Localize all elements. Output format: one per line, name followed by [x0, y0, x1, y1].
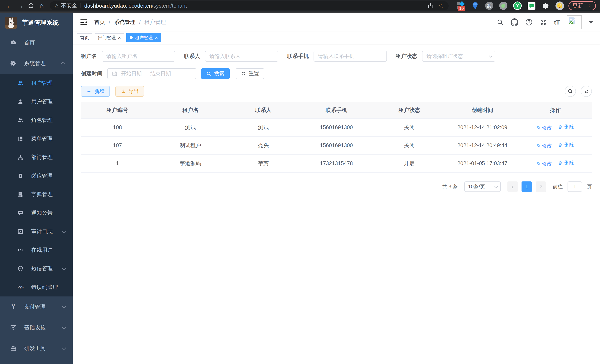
chevron-left-icon — [511, 185, 515, 188]
sidebar-collapse-icon[interactable] — [79, 18, 88, 27]
close-icon[interactable]: × — [118, 35, 121, 40]
sidebar-item-sms[interactable]: 短信管理 — [0, 259, 73, 278]
col-contact: 联系人 — [227, 102, 300, 118]
status-select[interactable]: 请选择租户状态 — [422, 51, 495, 62]
sidebar-item-dev-tools[interactable]: 研发工具 — [0, 338, 73, 359]
mobile-input[interactable] — [318, 53, 385, 59]
sidebar-item-role[interactable]: 角色管理 — [0, 111, 73, 130]
chrome-update-button[interactable]: 更新 ⋮ — [568, 1, 596, 10]
delete-link[interactable]: 删除 — [558, 159, 574, 166]
date-range-picker[interactable]: 开始日期 - 结束日期 — [107, 68, 196, 79]
sidebar-item-label: 租户管理 — [31, 79, 53, 87]
refresh-button[interactable] — [581, 86, 592, 97]
gear-icon — [9, 60, 18, 67]
browser-reload-icon[interactable] — [26, 1, 36, 10]
browser-back-icon[interactable]: ← — [4, 1, 15, 10]
sidebar-item-payment[interactable]: ¥ 支付管理 — [0, 297, 73, 317]
share-icon[interactable] — [427, 3, 434, 9]
tag-home[interactable]: 首页 — [77, 33, 92, 42]
sidebar-item-error-code[interactable]: </> 错误码管理 — [0, 278, 73, 297]
command-extension-icon[interactable]: ⌘ — [485, 1, 494, 10]
sidebar-item-label: 基础设施 — [24, 324, 46, 331]
close-icon[interactable]: × — [155, 35, 158, 40]
user-icon — [16, 99, 25, 105]
sidebar-item-home[interactable]: 首页 — [0, 32, 73, 53]
toggle-search-button[interactable] — [565, 86, 576, 97]
sidebar-item-system[interactable]: 系统管理 — [0, 53, 73, 74]
app-logo-row[interactable]: 芋道管理系统 — [0, 13, 73, 32]
next-page-button[interactable] — [536, 181, 546, 192]
avatar-caret-down-icon[interactable] — [589, 21, 593, 26]
search-button[interactable]: 搜索 — [201, 68, 230, 79]
sidebar-item-post[interactable]: 岗位管理 — [0, 167, 73, 185]
browser-forward-icon[interactable]: → — [15, 1, 26, 10]
start-date-placeholder: 开始日期 — [121, 70, 142, 77]
sidebar-item-notice[interactable]: 通知公告 — [0, 204, 73, 222]
sidebar-item-dict[interactable]: 字典管理 — [0, 185, 73, 204]
github-icon[interactable] — [511, 18, 518, 26]
edit-icon: ✎ — [536, 125, 540, 131]
search-button-label: 搜索 — [214, 70, 225, 77]
pin-extension-icon[interactable] — [471, 1, 479, 10]
prev-page-button[interactable] — [507, 181, 518, 192]
yen-icon: ¥ — [9, 303, 18, 311]
shield-check-icon — [16, 265, 25, 272]
tenant-name-input[interactable] — [106, 53, 173, 59]
sidebar-item-audit-log[interactable]: 审计日志 — [0, 222, 73, 241]
col-tenant-id: 租户编号 — [81, 102, 154, 118]
mobile-field — [314, 51, 387, 62]
yuque-extension-icon[interactable]: Y — [513, 1, 522, 10]
browser-menu-dots-icon[interactable]: ⋮ — [586, 3, 592, 9]
fullscreen-icon[interactable] — [540, 18, 547, 26]
chevron-down-icon — [62, 229, 66, 233]
edit-icon: ✎ — [536, 161, 540, 167]
chevron-right-icon — [539, 185, 542, 188]
profile-emoji-icon[interactable] — [555, 1, 564, 10]
not-secure-label[interactable]: 不安全 — [61, 2, 77, 9]
sidebar-item-label: 角色管理 — [31, 117, 53, 124]
edit-link[interactable]: ✎修改 — [536, 142, 552, 149]
browser-home-icon[interactable]: ⌂ — [36, 1, 47, 10]
page-1-button[interactable]: 1 — [522, 181, 532, 192]
puzzle-extensions-icon[interactable] — [541, 1, 550, 10]
export-button[interactable]: 导出 — [115, 86, 144, 97]
breadcrumb-home[interactable]: 首页 — [94, 19, 105, 26]
extension-badge: 10 — [458, 6, 465, 11]
delete-link[interactable]: 删除 — [558, 123, 574, 130]
table-row: 1 芋道源码 芋艿 17321315478 开启 2021-01-05 17:0… — [81, 154, 592, 172]
sidebar-item-tenant[interactable]: 租户管理 — [0, 74, 73, 92]
recorder-extension-icon[interactable] — [499, 1, 508, 10]
help-icon[interactable] — [525, 18, 533, 26]
sidebar-item-dept[interactable]: 部门管理 — [0, 148, 73, 167]
reset-button[interactable]: 重置 — [236, 68, 264, 79]
sidebar: 芋道管理系统 首页 系统管理 租户管理 — [0, 13, 73, 364]
sidebar-item-label: 系统管理 — [24, 60, 46, 67]
sidebar-item-infrastructure[interactable]: 基础设施 — [0, 317, 73, 338]
font-size-icon[interactable]: tT — [554, 19, 560, 26]
goto-page-input[interactable] — [568, 181, 582, 192]
navbar-actions: tT — [497, 15, 593, 29]
bookmark-star-icon[interactable]: ☆ — [438, 2, 444, 9]
page-size-select[interactable]: 10条/页 — [464, 181, 501, 192]
sidebar-item-label: 岗位管理 — [31, 172, 53, 180]
sidebar-item-user[interactable]: 用户管理 — [0, 92, 73, 111]
tampermonkey-extension-icon[interactable]: 10 — [457, 1, 465, 10]
url-host[interactable]: dashboard.yudao.iocoder.cn — [84, 3, 152, 9]
url-bar[interactable]: ⚠ 不安全 dashboard.yudao.iocoder.cn/system/… — [50, 1, 449, 10]
sidebar-item-online-users[interactable]: 在线用户 — [0, 241, 73, 259]
table-toolbar: ＋ 新增 导出 — [81, 86, 592, 97]
sidebar-item-label: 在线用户 — [31, 246, 53, 254]
breadcrumb-system[interactable]: 系统管理 — [114, 19, 135, 26]
chat-extension-icon[interactable] — [527, 1, 536, 10]
contact-input[interactable] — [209, 53, 276, 59]
tag-dept[interactable]: 部门管理 × — [95, 33, 124, 42]
sidebar-item-menu[interactable]: 菜单管理 — [0, 130, 73, 148]
tenant-name-label: 租户名 — [81, 53, 97, 60]
edit-link[interactable]: ✎修改 — [536, 124, 552, 131]
tag-tenant[interactable]: 租户管理 × — [126, 33, 161, 42]
search-icon[interactable] — [497, 19, 504, 26]
edit-link[interactable]: ✎修改 — [536, 160, 552, 167]
avatar[interactable] — [567, 15, 582, 29]
add-button[interactable]: ＋ 新增 — [81, 86, 110, 97]
delete-link[interactable]: 删除 — [558, 141, 574, 148]
